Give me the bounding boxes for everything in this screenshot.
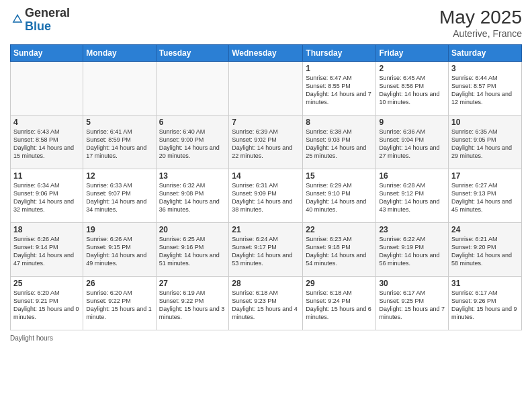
day-number: 9 <box>379 118 445 127</box>
day-info: Sunrise: 6:33 AM Sunset: 9:07 PM Dayligh… <box>86 181 152 214</box>
day-info: Sunrise: 6:22 AM Sunset: 9:19 PM Dayligh… <box>379 235 445 268</box>
calendar-header-monday: Monday <box>83 45 156 62</box>
calendar-day-cell: 20Sunrise: 6:25 AM Sunset: 9:16 PM Dayli… <box>156 223 229 277</box>
calendar-header-wednesday: Wednesday <box>229 45 303 62</box>
calendar-day-cell: 5Sunrise: 6:41 AM Sunset: 8:59 PM Daylig… <box>83 116 156 169</box>
calendar-day-cell: 8Sunrise: 6:38 AM Sunset: 9:03 PM Daylig… <box>303 116 376 169</box>
day-info: Sunrise: 6:21 AM Sunset: 9:20 PM Dayligh… <box>451 235 519 268</box>
calendar-table: SundayMondayTuesdayWednesdayThursdayFrid… <box>10 44 522 330</box>
calendar-day-cell: 30Sunrise: 6:17 AM Sunset: 9:25 PM Dayli… <box>376 277 449 330</box>
logo-text: General Blue <box>25 7 70 34</box>
calendar-day-cell: 18Sunrise: 6:26 AM Sunset: 9:14 PM Dayli… <box>11 223 83 277</box>
day-number: 4 <box>13 118 80 127</box>
day-number: 31 <box>451 279 519 288</box>
calendar-day-cell: 29Sunrise: 6:18 AM Sunset: 9:24 PM Dayli… <box>303 277 376 330</box>
day-info: Sunrise: 6:31 AM Sunset: 9:09 PM Dayligh… <box>232 181 300 214</box>
day-number: 24 <box>451 225 519 234</box>
day-number: 13 <box>159 171 226 181</box>
day-info: Sunrise: 6:40 AM Sunset: 9:00 PM Dayligh… <box>159 128 226 161</box>
calendar-week-row: 18Sunrise: 6:26 AM Sunset: 9:14 PM Dayli… <box>11 223 522 277</box>
calendar-day-cell: 4Sunrise: 6:43 AM Sunset: 8:58 PM Daylig… <box>11 116 83 169</box>
day-number: 1 <box>306 64 373 73</box>
day-info: Sunrise: 6:20 AM Sunset: 9:21 PM Dayligh… <box>13 289 80 322</box>
day-info: Sunrise: 6:18 AM Sunset: 9:23 PM Dayligh… <box>232 289 300 322</box>
calendar-day-cell: 12Sunrise: 6:33 AM Sunset: 9:07 PM Dayli… <box>83 169 156 223</box>
day-info: Sunrise: 6:25 AM Sunset: 9:16 PM Dayligh… <box>159 235 226 268</box>
calendar-day-cell: 7Sunrise: 6:39 AM Sunset: 9:02 PM Daylig… <box>229 116 303 169</box>
day-info: Sunrise: 6:45 AM Sunset: 8:56 PM Dayligh… <box>379 74 445 107</box>
day-number: 29 <box>306 279 373 288</box>
day-number: 17 <box>451 171 519 181</box>
day-info: Sunrise: 6:20 AM Sunset: 9:22 PM Dayligh… <box>86 289 152 322</box>
day-number: 22 <box>306 225 373 234</box>
calendar-day-cell: 17Sunrise: 6:27 AM Sunset: 9:13 PM Dayli… <box>449 169 522 223</box>
calendar-day-cell: 6Sunrise: 6:40 AM Sunset: 9:00 PM Daylig… <box>156 116 229 169</box>
calendar-day-cell: 23Sunrise: 6:22 AM Sunset: 9:19 PM Dayli… <box>376 223 449 277</box>
calendar-day-cell: 25Sunrise: 6:20 AM Sunset: 9:21 PM Dayli… <box>11 277 83 330</box>
calendar-week-row: 11Sunrise: 6:34 AM Sunset: 9:06 PM Dayli… <box>11 169 522 223</box>
day-number: 7 <box>232 118 300 127</box>
month-title: May 2025 <box>439 7 522 28</box>
day-number: 8 <box>306 118 373 127</box>
calendar-day-cell <box>229 62 303 116</box>
calendar-day-cell <box>11 62 83 116</box>
day-info: Sunrise: 6:41 AM Sunset: 8:59 PM Dayligh… <box>86 128 152 161</box>
calendar-day-cell: 11Sunrise: 6:34 AM Sunset: 9:06 PM Dayli… <box>11 169 83 223</box>
calendar-day-cell: 3Sunrise: 6:44 AM Sunset: 8:57 PM Daylig… <box>449 62 522 116</box>
day-number: 11 <box>13 171 80 181</box>
calendar-header-row: SundayMondayTuesdayWednesdayThursdayFrid… <box>11 45 522 62</box>
calendar-day-cell: 13Sunrise: 6:32 AM Sunset: 9:08 PM Dayli… <box>156 169 229 223</box>
day-info: Sunrise: 6:34 AM Sunset: 9:06 PM Dayligh… <box>13 181 80 214</box>
day-info: Sunrise: 6:27 AM Sunset: 9:13 PM Dayligh… <box>451 181 519 214</box>
calendar-day-cell <box>83 62 156 116</box>
day-info: Sunrise: 6:23 AM Sunset: 9:18 PM Dayligh… <box>306 235 373 268</box>
day-info: Sunrise: 6:24 AM Sunset: 9:17 PM Dayligh… <box>232 235 300 268</box>
day-info: Sunrise: 6:17 AM Sunset: 9:25 PM Dayligh… <box>379 289 445 322</box>
calendar-header-tuesday: Tuesday <box>156 45 229 62</box>
day-info: Sunrise: 6:35 AM Sunset: 9:05 PM Dayligh… <box>451 128 519 161</box>
day-number: 6 <box>159 118 226 127</box>
footer: Daylight hours <box>10 334 522 342</box>
logo-general: General <box>25 6 70 19</box>
day-number: 16 <box>379 171 445 181</box>
day-number: 12 <box>86 171 152 181</box>
calendar-day-cell: 19Sunrise: 6:26 AM Sunset: 9:15 PM Dayli… <box>83 223 156 277</box>
day-number: 3 <box>451 64 519 73</box>
day-number: 30 <box>379 279 445 288</box>
calendar-header-saturday: Saturday <box>449 45 522 62</box>
calendar-day-cell: 15Sunrise: 6:29 AM Sunset: 9:10 PM Dayli… <box>303 169 376 223</box>
calendar-day-cell: 1Sunrise: 6:47 AM Sunset: 8:55 PM Daylig… <box>303 62 376 116</box>
day-info: Sunrise: 6:19 AM Sunset: 9:22 PM Dayligh… <box>159 289 226 322</box>
day-number: 19 <box>86 225 152 234</box>
calendar-week-row: 25Sunrise: 6:20 AM Sunset: 9:21 PM Dayli… <box>11 277 522 330</box>
calendar-week-row: 1Sunrise: 6:47 AM Sunset: 8:55 PM Daylig… <box>11 62 522 116</box>
calendar-day-cell: 9Sunrise: 6:36 AM Sunset: 9:04 PM Daylig… <box>376 116 449 169</box>
calendar-day-cell: 21Sunrise: 6:24 AM Sunset: 9:17 PM Dayli… <box>229 223 303 277</box>
day-number: 25 <box>13 279 80 288</box>
day-info: Sunrise: 6:47 AM Sunset: 8:55 PM Dayligh… <box>306 74 373 107</box>
calendar-day-cell: 26Sunrise: 6:20 AM Sunset: 9:22 PM Dayli… <box>83 277 156 330</box>
calendar-day-cell: 10Sunrise: 6:35 AM Sunset: 9:05 PM Dayli… <box>449 116 522 169</box>
day-info: Sunrise: 6:32 AM Sunset: 9:08 PM Dayligh… <box>159 181 226 214</box>
logo-blue: Blue <box>25 19 51 33</box>
calendar-day-cell: 31Sunrise: 6:17 AM Sunset: 9:26 PM Dayli… <box>449 277 522 330</box>
logo-icon <box>11 13 24 25</box>
calendar-day-cell: 27Sunrise: 6:19 AM Sunset: 9:22 PM Dayli… <box>156 277 229 330</box>
day-info: Sunrise: 6:38 AM Sunset: 9:03 PM Dayligh… <box>306 128 373 161</box>
day-number: 26 <box>86 279 152 288</box>
title-block: May 2025 Auterive, France <box>439 7 522 39</box>
day-number: 28 <box>232 279 300 288</box>
day-number: 5 <box>86 118 152 127</box>
day-number: 10 <box>451 118 519 127</box>
calendar-header-thursday: Thursday <box>303 45 376 62</box>
day-number: 23 <box>379 225 445 234</box>
calendar-day-cell: 2Sunrise: 6:45 AM Sunset: 8:56 PM Daylig… <box>376 62 449 116</box>
day-number: 14 <box>232 171 300 181</box>
location: Auterive, France <box>439 28 522 39</box>
day-number: 20 <box>159 225 226 234</box>
day-number: 18 <box>13 225 80 234</box>
day-info: Sunrise: 6:28 AM Sunset: 9:12 PM Dayligh… <box>379 181 445 214</box>
day-number: 21 <box>232 225 300 234</box>
day-number: 27 <box>159 279 226 288</box>
calendar-header-sunday: Sunday <box>11 45 83 62</box>
